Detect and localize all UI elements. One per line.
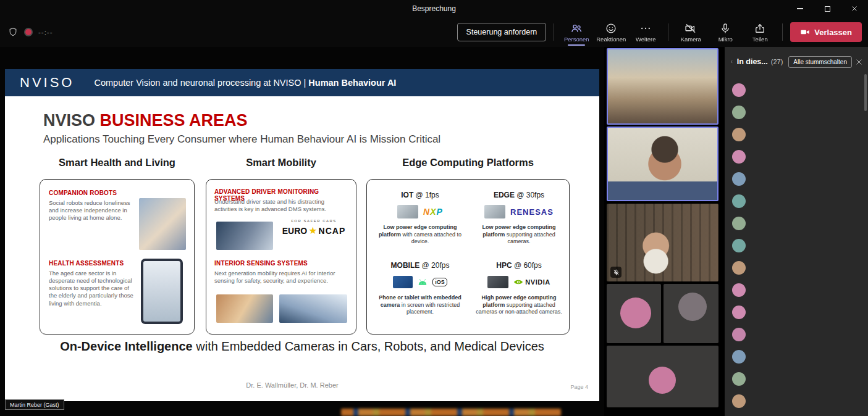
share-label: Teilen <box>752 36 768 43</box>
participant-row[interactable] <box>725 190 868 212</box>
more-button[interactable]: Weitere <box>631 19 660 46</box>
participant-row[interactable] <box>725 123 868 146</box>
close-icon <box>855 58 863 66</box>
avatar-tile[interactable] <box>664 284 718 343</box>
presenter-name-tag: Martin Reber (Gast) <box>5 399 64 410</box>
avatar-tile[interactable] <box>607 284 661 343</box>
avatar <box>732 83 746 97</box>
companion-robot-image <box>139 198 186 250</box>
iot-chip-image <box>397 205 418 218</box>
participant-row[interactable] <box>725 79 868 101</box>
edge-box: IOT @ 1fps NXP Low power edge computing … <box>366 179 570 335</box>
participant-row[interactable] <box>725 323 868 346</box>
euroncap-logo: FOR SAFER CARS EURO ★ NCAP <box>279 219 348 251</box>
iot-caption: Low power edge computing platform with c… <box>375 224 465 246</box>
avatar <box>732 128 746 141</box>
mic-muted-badge <box>610 267 622 278</box>
meeting-controls-group: Steuerung anfordern Personen Reaktionen … <box>457 17 862 47</box>
window-titlebar: Besprechung <box>0 0 868 17</box>
video-tile-participant[interactable] <box>607 204 718 281</box>
shield-icon <box>7 27 19 38</box>
avatar <box>732 172 746 186</box>
avatar <box>732 283 746 297</box>
edge-caption: Low power edge computing platform suppor… <box>474 224 564 246</box>
edge-title: EDGE @ 30fps <box>472 191 566 199</box>
euroncap-arc-text: FOR SAFER CARS <box>279 219 348 223</box>
panel-close-button[interactable] <box>855 58 863 66</box>
participant-row[interactable] <box>725 346 868 368</box>
participant-row[interactable] <box>725 368 868 390</box>
leave-camera-icon <box>800 27 810 37</box>
share-button[interactable]: Teilen <box>745 19 775 46</box>
mute-all-button[interactable]: Alle stummschalten <box>788 56 852 68</box>
euroncap-star-icon: ★ <box>308 225 317 236</box>
column-header-mobility: Smart Mobility <box>206 157 356 168</box>
euroncap-ncap: NCAP <box>319 226 346 236</box>
health-assessments-title: HEALTH ASSESSMENTS <box>49 260 124 267</box>
avatar-tile[interactable] <box>607 346 718 407</box>
hpc-board-image <box>487 276 508 288</box>
chevron-left-icon[interactable] <box>730 57 734 66</box>
people-button[interactable]: Personen <box>562 19 591 46</box>
reactions-button[interactable]: Reaktionen <box>596 19 626 46</box>
avatar <box>732 328 746 341</box>
meeting-toolbar: --:-- Steuerung anfordern Personen Reakt… <box>0 17 868 47</box>
health-box: COMPANION ROBOTS Social robots reduce lo… <box>40 179 195 335</box>
hpc-quadrant: HPC @ 60fps NVIDIA High power edge compu… <box>472 261 566 316</box>
dms-body: Understand driver state and his distract… <box>214 198 343 213</box>
interior-sensing-title: INTERIOR SENSING SYSTEMS <box>214 260 308 267</box>
toolbar-divider <box>668 23 668 41</box>
participant-row[interactable] <box>725 390 868 412</box>
companion-robots-title: COMPANION ROBOTS <box>49 189 117 196</box>
video-tile-conference-room[interactable] <box>607 48 718 125</box>
participant-row[interactable] <box>725 257 868 279</box>
avatar <box>732 217 746 230</box>
mobile-caption: Phone or tablet with embedded camera in … <box>375 294 465 316</box>
slide-header-title-bold: Human Behaviour AI <box>308 78 396 88</box>
camera-button[interactable]: Kamera <box>676 19 706 46</box>
panel-scrollbar[interactable] <box>864 74 867 111</box>
avatar <box>732 239 746 252</box>
participant-row[interactable] <box>725 235 868 257</box>
recording-indicator-icon <box>25 29 32 35</box>
people-icon <box>570 22 583 35</box>
video-tile-column <box>607 48 718 409</box>
hpc-caption: High power edge computing platform suppo… <box>474 294 564 316</box>
close-button[interactable] <box>841 0 868 17</box>
toolbar-divider <box>554 23 554 41</box>
video-tile-speaker[interactable] <box>607 127 718 201</box>
nvidia-eye-icon <box>513 278 523 286</box>
avatar <box>732 306 746 319</box>
leave-button[interactable]: Verlassen <box>790 22 862 42</box>
participant-row[interactable] <box>725 168 868 190</box>
participant-row[interactable] <box>725 279 868 301</box>
participant-row[interactable] <box>725 212 868 235</box>
companion-robots-body: Social robots reduce loneliness and incr… <box>49 199 137 222</box>
column-header-health: Smart Health and Living <box>40 157 195 168</box>
edge-quadrant: EDGE @ 30fps RENESAS Low power edge comp… <box>472 191 566 246</box>
mic-icon <box>719 22 731 35</box>
slide-title: NVISO BUSINESS AREAS <box>43 111 248 130</box>
slide-title-dark: NVISO <box>43 111 100 130</box>
participant-row[interactable] <box>725 146 868 168</box>
minimize-icon <box>797 8 803 9</box>
column-header-edge: Edge Computing Platforms <box>366 157 570 168</box>
window-controls <box>786 0 868 17</box>
panel-title: In dies... <box>737 57 768 66</box>
participant-avatar <box>620 297 651 328</box>
maximize-icon <box>825 6 830 12</box>
participant-row[interactable] <box>725 301 868 323</box>
maximize-button[interactable] <box>814 0 841 17</box>
mic-button[interactable]: Mikro <box>710 19 740 46</box>
minimize-button[interactable] <box>786 0 814 17</box>
slide-credits: Dr. E. Wallmüller, Dr. M. Reber <box>5 381 579 389</box>
iot-quadrant: IOT @ 1fps NXP Low power edge computing … <box>373 191 467 246</box>
request-control-button[interactable]: Steuerung anfordern <box>457 23 547 41</box>
slide-page-number: Page 4 <box>570 384 588 390</box>
teams-meeting-window: Besprechung --:-- Steuerung anfordern Pe… <box>0 0 868 416</box>
avatar <box>732 372 746 386</box>
participant-row[interactable] <box>725 101 868 123</box>
window-title: Besprechung <box>0 0 868 17</box>
participants-panel: In dies... (27) Alle stummschalten <box>725 47 868 416</box>
mic-label: Mikro <box>718 36 733 43</box>
